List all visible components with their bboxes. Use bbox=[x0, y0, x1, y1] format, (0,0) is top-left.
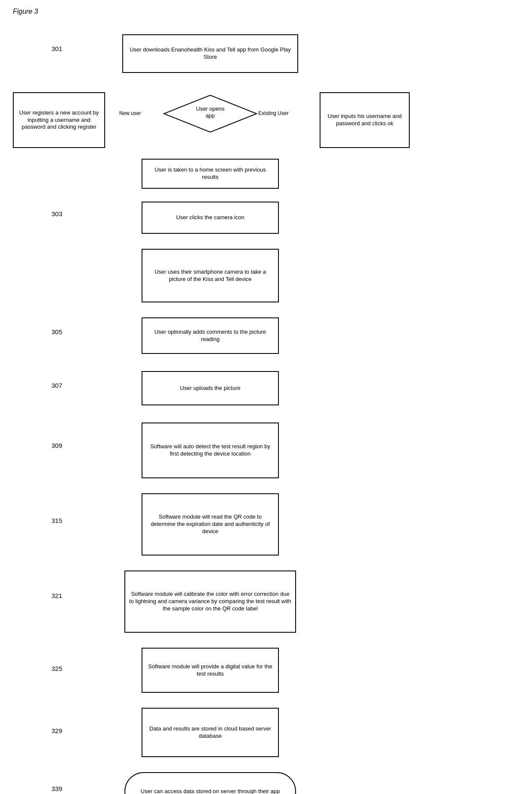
label-325: 325 bbox=[51, 665, 62, 672]
box-upload: User uploads the picture bbox=[142, 371, 279, 405]
box-qr: Software module will read the QR code to… bbox=[142, 493, 279, 555]
box-autodetect: Software will auto detect the test resul… bbox=[142, 423, 279, 478]
box-store: Data and results are stored in cloud bas… bbox=[142, 708, 279, 757]
box-camera: User clicks the camera icon bbox=[142, 202, 279, 234]
box-comments: User optionally adds comments to the pic… bbox=[142, 317, 279, 354]
label-339: 339 bbox=[51, 785, 62, 792]
box-register: User registers a new account by inputtin… bbox=[13, 92, 105, 148]
label-existing-user: Existing User bbox=[258, 110, 289, 116]
box-photo: User uses their smartphone camera to tak… bbox=[142, 249, 279, 302]
label-309: 309 bbox=[51, 442, 62, 449]
box-digital: Software module will provide a digital v… bbox=[142, 648, 279, 693]
diamond-opens-app: User opens app bbox=[163, 94, 257, 133]
label-303: 303 bbox=[51, 210, 62, 217]
label-307: 307 bbox=[51, 382, 62, 389]
label-301: 301 bbox=[51, 45, 62, 52]
oval-access: User can access data stored on server th… bbox=[124, 772, 296, 794]
label-321: 321 bbox=[51, 592, 62, 599]
label-305: 305 bbox=[51, 328, 62, 335]
svg-text:User opens: User opens bbox=[196, 106, 225, 112]
box-existing: User inputs his username and password an… bbox=[320, 92, 410, 148]
box-download: User downloads Enanohealth Kiss and Tell… bbox=[122, 34, 298, 73]
label-315: 315 bbox=[51, 517, 62, 524]
box-calibrate: Software module will calibrate the color… bbox=[124, 571, 296, 633]
label-329: 329 bbox=[51, 727, 62, 734]
svg-text:app: app bbox=[206, 112, 215, 119]
box-home: User is taken to a home screen with prev… bbox=[142, 159, 279, 189]
label-new-user: New user bbox=[119, 110, 141, 116]
page-title: Figure 3 bbox=[13, 8, 38, 15]
